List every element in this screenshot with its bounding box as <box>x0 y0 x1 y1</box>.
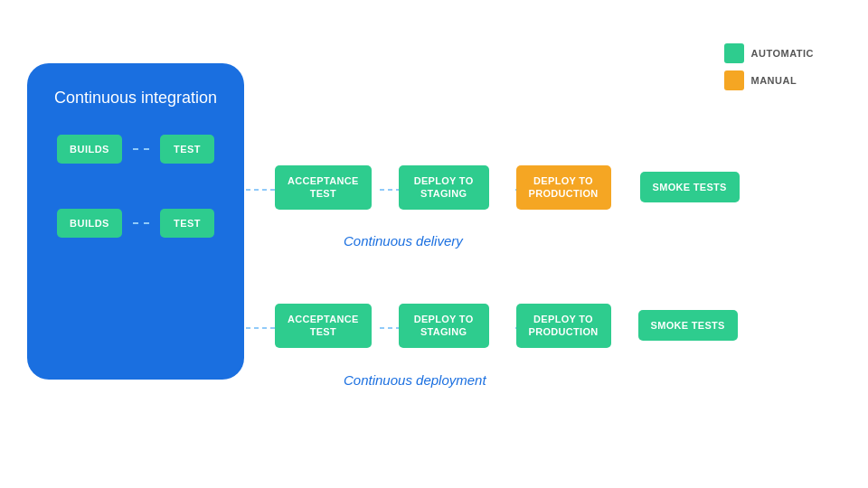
pipeline-row-2: ACCEPTANCE TEST DEPLOY TO STAGING DEPLOY… <box>275 304 738 348</box>
ci-connector-1 <box>133 148 149 150</box>
ci-test-1: TEST <box>160 135 214 164</box>
ci-panel: Continuous integration BUILDS TEST BUILD… <box>27 63 244 380</box>
ci-row-1: BUILDS TEST <box>57 135 214 164</box>
smoke-tests-2: SMOKE TESTS <box>638 310 738 341</box>
ci-row-2: BUILDS TEST <box>57 209 214 238</box>
ci-test-2: TEST <box>160 209 214 238</box>
automatic-color-box <box>724 43 744 63</box>
pipeline-row-1: ACCEPTANCE TEST DEPLOY TO STAGING DEPLOY… <box>275 165 740 210</box>
legend: AUTOMATIC MANUAL <box>724 43 814 90</box>
automatic-label: AUTOMATIC <box>751 48 814 59</box>
deploy-staging-1: DEPLOY TO STAGING <box>399 165 489 210</box>
acceptance-test-1: ACCEPTANCE TEST <box>275 165 372 210</box>
diagram-area: AUTOMATIC MANUAL Continuous integration … <box>0 0 868 488</box>
deploy-staging-2: DEPLOY TO STAGING <box>399 304 489 348</box>
pipeline-label-2: Continuous deployment <box>344 372 486 389</box>
manual-color-box <box>724 70 744 90</box>
ci-connector-2 <box>133 222 149 224</box>
deploy-production-1: DEPLOY TO PRODUCTION <box>516 165 611 210</box>
legend-automatic: AUTOMATIC <box>724 43 814 63</box>
ci-panel-title: Continuous integration <box>54 89 217 108</box>
manual-label: MANUAL <box>751 75 797 86</box>
legend-manual: MANUAL <box>724 70 814 90</box>
smoke-tests-1: SMOKE TESTS <box>640 172 740 202</box>
ci-builds-1: BUILDS <box>57 135 122 164</box>
deploy-production-2: DEPLOY TO PRODUCTION <box>516 304 611 348</box>
ci-builds-2: BUILDS <box>57 209 122 238</box>
acceptance-test-2: ACCEPTANCE TEST <box>275 304 372 348</box>
pipeline-label-1: Continuous delivery <box>344 233 463 249</box>
